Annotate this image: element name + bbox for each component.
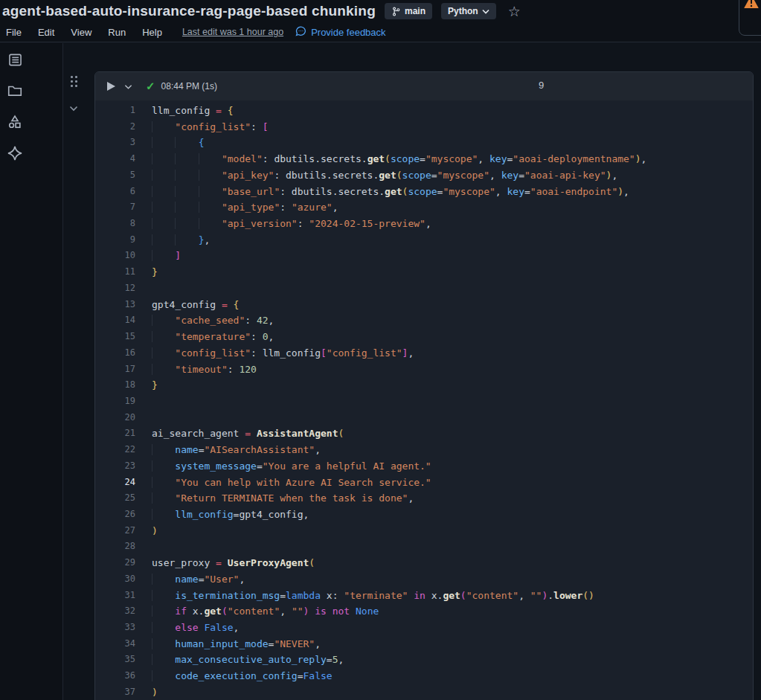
drag-handle-icon[interactable] xyxy=(71,76,77,88)
table-of-contents-icon[interactable] xyxy=(1,46,28,73)
menu-item-view[interactable]: View xyxy=(62,27,100,38)
title-row: agent-based-auto-insurance-rag-page-base… xyxy=(0,0,761,22)
code-line[interactable]: 3 { xyxy=(95,135,753,151)
line-number: 22 xyxy=(95,442,135,458)
menu-item-run[interactable]: Run xyxy=(100,27,134,38)
line-number: 36 xyxy=(95,668,135,684)
line-number: 26 xyxy=(95,507,135,523)
folder-icon[interactable] xyxy=(1,77,28,104)
code-line[interactable]: 13gpt4_config = { xyxy=(95,297,753,313)
line-number: 6 xyxy=(95,184,135,200)
code-line[interactable]: 12 xyxy=(95,280,753,297)
code-line[interactable]: 10 ] xyxy=(95,248,753,264)
left-sidebar xyxy=(0,43,63,700)
code-line[interactable]: 27) xyxy=(95,523,753,539)
line-number: 16 xyxy=(95,345,135,362)
last-edit-link[interactable]: Last edit was 1 hour ago xyxy=(182,27,283,37)
speech-bubble-icon xyxy=(295,26,306,39)
branch-icon xyxy=(391,7,401,16)
code-line[interactable]: 4 "model": dbutils.secrets.get(scope="my… xyxy=(95,151,753,167)
code-line[interactable]: 21ai_search_agent = AssistantAgent( xyxy=(95,426,753,442)
code-line[interactable]: 18} xyxy=(95,377,753,394)
line-number: 30 xyxy=(95,571,135,588)
line-number: 24 xyxy=(95,475,135,491)
line-number: 18 xyxy=(95,377,135,394)
code-line[interactable]: 36 code_execution_config=False xyxy=(95,668,753,684)
star-icon[interactable]: ☆ xyxy=(508,4,521,19)
run-play-icon[interactable] xyxy=(107,82,115,91)
line-number: 35 xyxy=(95,652,135,668)
code-line[interactable]: 6 "base_url": dbutils.secrets.get(scope=… xyxy=(95,184,753,200)
code-line[interactable]: 19 xyxy=(95,394,753,410)
code-line[interactable]: 32 if x.get("content", "") is not None xyxy=(95,603,753,620)
collapse-chevron-icon[interactable] xyxy=(69,101,91,115)
line-number: 10 xyxy=(95,248,135,264)
branch-badge[interactable]: main xyxy=(385,3,432,19)
menu-item-edit[interactable]: Edit xyxy=(30,27,62,38)
cell-header: ✓ 08:44 PM (1s) 9 xyxy=(95,72,753,100)
menu-item-file[interactable]: File xyxy=(3,27,30,38)
code-line[interactable]: 37) xyxy=(95,684,753,700)
code-line[interactable]: 16 "config_list": llm_config["config_lis… xyxy=(95,345,753,362)
code-line[interactable]: 7 "api_type": "azure", xyxy=(95,199,753,216)
code-line[interactable]: 28 xyxy=(95,539,753,555)
code-line[interactable]: 26 llm_config=gpt4_config, xyxy=(95,507,753,523)
line-number: 8 xyxy=(95,216,135,232)
line-number: 33 xyxy=(95,620,135,636)
line-number: 37 xyxy=(95,684,135,700)
line-number: 19 xyxy=(95,394,135,410)
code-line[interactable]: 25 "Return TERMINATE when the task is do… xyxy=(95,490,753,507)
notebook-canvas: ✓ 08:44 PM (1s) 9 1llm_config = {2 "conf… xyxy=(64,43,761,700)
notebook-title: agent-based-auto-insurance-rag-page-base… xyxy=(2,3,376,19)
language-name: Python xyxy=(448,6,478,16)
code-lines[interactable]: 1llm_config = {2 "config_list": [3 {4 "m… xyxy=(95,100,753,700)
success-check-icon: ✓ xyxy=(146,80,155,93)
line-number: 32 xyxy=(95,603,135,620)
code-line[interactable]: 11} xyxy=(95,264,753,280)
menu-item-help[interactable]: Help xyxy=(134,27,170,38)
warning-triangle-icon xyxy=(744,0,759,11)
code-line[interactable]: 31 is_termination_msg=lambda x: "termina… xyxy=(95,588,753,604)
line-number: 17 xyxy=(95,362,135,378)
run-options-chevron-icon[interactable] xyxy=(124,80,132,93)
assistant-sparkle-icon[interactable] xyxy=(1,140,28,167)
provide-feedback-link[interactable]: Provide feedback xyxy=(295,26,385,39)
notification-panel[interactable] xyxy=(739,0,761,36)
code-line[interactable]: 35 max_consecutive_auto_reply=5, xyxy=(95,652,753,668)
branch-name: main xyxy=(405,6,426,16)
code-line[interactable]: 2 "config_list": [ xyxy=(95,119,753,135)
line-number: 2 xyxy=(95,119,135,135)
line-number: 11 xyxy=(95,264,135,280)
line-number: 3 xyxy=(95,135,135,151)
code-line[interactable]: 23 system_message="You are a helpful AI … xyxy=(95,458,753,475)
language-selector[interactable]: Python xyxy=(441,3,496,19)
chevron-down-icon xyxy=(482,9,489,14)
code-line[interactable]: 20 xyxy=(95,410,753,426)
line-number: 34 xyxy=(95,636,135,652)
workspace-shapes-icon[interactable] xyxy=(1,109,28,135)
code-line[interactable]: 14 "cache_seed": 42, xyxy=(95,312,753,329)
line-number: 1 xyxy=(95,103,135,119)
line-number: 13 xyxy=(95,297,135,313)
line-number: 21 xyxy=(95,426,135,442)
code-line[interactable]: 22 name="AISearchAssistant", xyxy=(95,442,753,458)
code-line[interactable]: 9 }, xyxy=(95,232,753,248)
cell-gutter xyxy=(68,76,91,115)
code-line[interactable]: 5 "api_key": dbutils.secrets.get(scope="… xyxy=(95,167,753,184)
code-line[interactable]: 24 "You can help with Azure AI Search se… xyxy=(95,475,753,491)
code-line[interactable]: 34 human_input_mode="NEVER", xyxy=(95,636,753,652)
code-line[interactable]: 30 name="User", xyxy=(95,571,753,588)
notebook-header: agent-based-auto-insurance-rag-page-base… xyxy=(0,0,761,42)
code-line[interactable]: 15 "temperature": 0, xyxy=(95,329,753,345)
code-line[interactable]: 33 else False, xyxy=(95,620,753,636)
code-line[interactable]: 1llm_config = { xyxy=(95,103,753,119)
line-number: 25 xyxy=(95,490,135,507)
line-number: 20 xyxy=(95,410,135,426)
code-line[interactable]: 8 "api_version": "2024-02-15-preview", xyxy=(95,216,753,232)
line-number: 29 xyxy=(95,555,135,571)
line-number: 15 xyxy=(95,329,135,345)
code-line[interactable]: 17 "timeout": 120 xyxy=(95,362,753,378)
code-line[interactable]: 29user_proxy = UserProxyAgent( xyxy=(95,555,753,571)
line-number: 5 xyxy=(95,167,135,184)
line-number: 31 xyxy=(95,588,135,604)
